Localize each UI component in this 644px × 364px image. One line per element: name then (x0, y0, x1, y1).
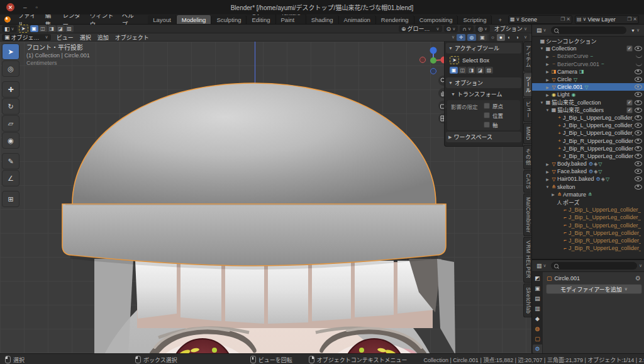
measure-tool[interactable]: ∠ (2, 170, 19, 186)
workspace-tab[interactable]: Layout (148, 15, 177, 24)
checkbox-icon[interactable] (484, 103, 490, 109)
window-maximize-button[interactable]: ▫ (36, 4, 38, 11)
properties-tab-world[interactable]: ◍ (533, 324, 542, 333)
view-layer-selector[interactable]: ▤ ∨ View Layer ❐ ✕ (575, 15, 639, 24)
annotate-tool[interactable]: ✎ (2, 153, 19, 169)
collection-checkbox[interactable] (626, 107, 633, 113)
workspace-tab[interactable]: Modeling (177, 15, 212, 24)
sidebar-tab-Sketchfab[interactable]: Sketchfab (523, 283, 531, 317)
outliner-row[interactable]: +J_Bip_R_UpperLeg_collider_1 (532, 145, 644, 152)
sidebar-tab-MatCombiner[interactable]: MatCombiner (523, 193, 531, 237)
transform-tool[interactable]: ◉ (2, 132, 19, 149)
viewport-menu-item[interactable]: 選択 (77, 33, 94, 42)
editor-type-button[interactable]: ◧ ∨ (2, 25, 17, 32)
disclosure-icon[interactable]: ▼ (539, 101, 545, 105)
proportional-editing-dropdown[interactable]: ◎ ∨ (475, 25, 490, 32)
outliner-row[interactable]: ▼▦Collection (532, 45, 644, 52)
outliner-row[interactable]: ▶▽Circle.001▽ (532, 83, 644, 91)
eye-open-icon[interactable] (635, 139, 642, 144)
eye-open-icon[interactable] (635, 92, 642, 97)
search-input[interactable] (560, 263, 634, 269)
disclosure-icon[interactable]: ▶ (545, 169, 550, 174)
shading-wireframe-button[interactable]: ○ (489, 34, 497, 41)
select-mode-intersect-button[interactable]: ▨ (485, 67, 493, 74)
viewport-menu-item[interactable]: オブジェクト (112, 33, 152, 42)
outliner-row[interactable]: ⌐J_Bip_R_UpperLeg_collider_2 (532, 244, 644, 252)
editor-type-button[interactable]: ▤ ∨ (534, 27, 549, 34)
outliner-row[interactable]: ⌐J_Bip_L_UpperLeg_collider_1 (532, 213, 644, 221)
eye-open-icon[interactable] (635, 115, 642, 120)
active-tool-panel-header[interactable]: ▼ アクティブツール (446, 43, 521, 54)
disclosure-icon[interactable]: ▶ (545, 62, 550, 66)
affect-checkbox[interactable]: 原点 (484, 102, 503, 110)
options-dropdown[interactable]: オプション ∨ (492, 25, 530, 32)
blender-logo-icon[interactable] (4, 16, 11, 23)
filter-dropdown[interactable]: ▼ ∨ (628, 27, 642, 34)
select-mode-subtract-button[interactable]: ◨ (467, 67, 475, 74)
shading-dropdown[interactable]: ∨ (521, 34, 530, 41)
disclosure-icon[interactable]: ▼ (545, 108, 550, 112)
eye-open-icon[interactable] (635, 108, 642, 113)
disclosure-icon[interactable]: ▼ (539, 47, 545, 50)
new-scene-icon[interactable]: ❐ (560, 16, 565, 22)
sidebar-tab-ビュー[interactable]: ビュー (523, 98, 531, 122)
workspace-tab[interactable]: Shading (306, 15, 339, 24)
add-workspace-button[interactable]: + (493, 15, 507, 24)
chevron-down-icon[interactable]: ∨ (639, 263, 642, 268)
properties-tab-view-layer[interactable]: ▥ (533, 304, 542, 313)
outliner-row[interactable]: +J_Bip_R_UpperLeg_collider_0 (532, 137, 644, 144)
shading-solid-button[interactable]: ● (497, 34, 505, 41)
outliner-row[interactable]: +J_Bip_L_UpperLeg_collider_0 (532, 114, 644, 122)
outliner-row[interactable]: ▶▽Face.baked⚙◈▽ (532, 168, 644, 175)
eye-open-icon[interactable] (635, 130, 642, 135)
outliner-row[interactable]: ⌐J_Bip_R_UpperLeg_collider_1 (532, 237, 644, 244)
cursor-tool[interactable]: ◎ (2, 60, 19, 77)
collection-checkbox[interactable] (626, 100, 633, 106)
workspace-tab[interactable]: Scripting (458, 15, 492, 24)
disclosure-icon[interactable]: ▼ (545, 185, 550, 189)
properties-tab-render[interactable]: ▣ (533, 284, 542, 293)
properties-search[interactable] (551, 262, 637, 270)
eye-open-icon[interactable] (635, 46, 642, 51)
properties-tab-modifiers[interactable]: ⚙ (533, 344, 542, 353)
add-modifier-button[interactable]: モディファイアーを追加 ∨ (546, 284, 642, 294)
viewport-menu-item[interactable]: ビュー (53, 33, 77, 42)
options-panel-header[interactable]: ▼ オプション (446, 77, 521, 88)
eye-closed-icon[interactable] (636, 54, 642, 58)
outliner-row[interactable]: +J_Bip_R_UpperLeg_collider_2 (532, 152, 644, 160)
new-view-layer-icon[interactable]: ❐ (627, 16, 631, 22)
eye-open-icon[interactable] (635, 169, 642, 174)
workspace-tab[interactable]: Sculpting (211, 15, 247, 24)
select-mode-subtract-button[interactable]: ◨ (48, 25, 56, 32)
transform-orientation-dropdown[interactable]: ⊕ グローバル ∨ (399, 25, 442, 32)
outliner-row[interactable]: ▦シーンコレクション (532, 37, 644, 45)
disclosure-icon[interactable]: ▶ (545, 177, 550, 181)
outliner-row[interactable]: ▶◨Camera◨ (532, 68, 644, 76)
sidebar-tab-VRM HELPER[interactable]: VRM HELPER (523, 237, 531, 282)
properties-tab-object[interactable]: ▢ (533, 334, 542, 343)
show-gizmo-toggle[interactable]: ✛ (457, 34, 465, 41)
eye-open-icon[interactable] (635, 146, 642, 151)
eye-open-icon[interactable] (635, 69, 642, 74)
outliner-row[interactable]: ▼▦猫山来花_collection (532, 99, 644, 106)
outliner-row[interactable]: ▼▦猫山来花_colliders (532, 106, 644, 114)
affect-checkbox[interactable]: 軸 (484, 121, 503, 128)
disclosure-icon[interactable]: ▶ (550, 192, 556, 196)
outliner-row[interactable]: ▶▽Circle▽ (532, 76, 644, 83)
affect-checkbox[interactable]: 位置 (484, 111, 503, 119)
sidebar-tab-アイテム[interactable]: アイテム (523, 42, 531, 72)
outliner-row[interactable]: ▶▽Hair001.baked⚙◈▽ (532, 175, 644, 183)
3d-viewport[interactable]: フロント・平行投影 (1) Collection | Circle.001 Ce… (0, 42, 531, 353)
disclosure-icon[interactable]: ▶ (545, 85, 550, 89)
outliner-row[interactable]: ▶◉Light◉ (532, 91, 644, 98)
sidebar-tab-ツール[interactable]: ツール (523, 72, 531, 97)
select-mode-set-button[interactable]: ▣ (450, 67, 458, 74)
scale-tool[interactable]: ▱ (2, 115, 19, 132)
workspace-tab[interactable]: Compositing (414, 15, 458, 24)
outliner-row[interactable]: ▼⋔skelton (532, 183, 644, 191)
collection-checkbox[interactable] (626, 45, 633, 52)
outliner-row[interactable]: ⌐J_Bip_R_UpperLeg_collider_0 (532, 229, 644, 237)
properties-tab-scene[interactable]: ◆ (533, 314, 542, 323)
select-mode-extend-button[interactable]: ◫ (39, 25, 47, 32)
unlink-scene-icon[interactable]: ✕ (566, 16, 570, 22)
